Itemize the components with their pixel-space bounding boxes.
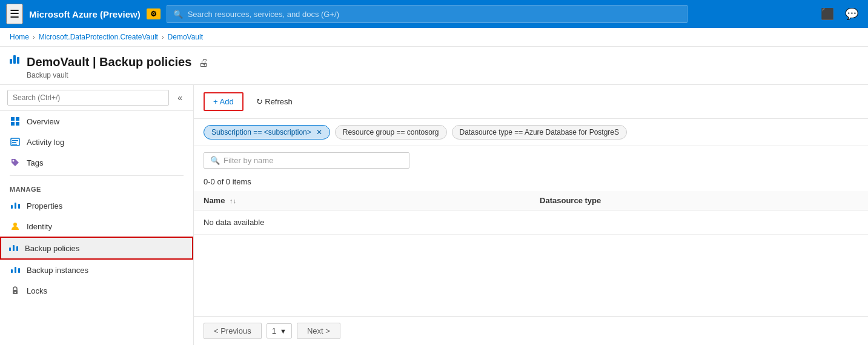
sidebar-search-input[interactable] [7, 90, 169, 106]
page-subtitle: Backup vault [27, 71, 211, 79]
sidebar-section-manage: Manage [0, 178, 193, 195]
svg-point-11 [15, 292, 16, 293]
sidebar-item-label-locks: Locks [27, 286, 47, 295]
bar2 [13, 55, 16, 64]
locks-icon [10, 285, 21, 296]
breadcrumb-home[interactable]: Home [10, 33, 29, 41]
sidebar-item-identity[interactable]: Identity [0, 216, 193, 237]
breadcrumb-sep-2: › [162, 33, 164, 41]
backup-instances-icon [10, 264, 21, 275]
svg-point-9 [13, 223, 17, 226]
breadcrumb: Home › Microsoft.DataProtection.CreateVa… [0, 28, 868, 47]
breadcrumb-demo-vault[interactable]: DemoVault [168, 33, 203, 41]
svg-rect-5 [12, 140, 18, 141]
filter-close-subscription[interactable]: ✕ [316, 128, 322, 136]
sidebar-item-tags[interactable]: Tags [0, 152, 193, 173]
sidebar-item-label-tags: Tags [27, 158, 43, 167]
sidebar-item-overview[interactable]: Overview [0, 111, 193, 132]
sort-icon-name[interactable]: ↑↓ [230, 197, 236, 204]
content-area: + Add ↻ Refresh Subscription == <subscri… [194, 85, 868, 345]
backup-policies-icon [8, 243, 19, 254]
table-body: No data available [194, 210, 868, 235]
no-data-message: No data available [194, 210, 530, 235]
add-button[interactable]: + Add [204, 92, 244, 111]
svg-rect-2 [11, 122, 15, 126]
sidebar-item-label-properties: Properties [27, 201, 62, 210]
overview-icon [10, 116, 21, 127]
identity-icon [10, 221, 21, 232]
previous-button[interactable]: < Previous [204, 323, 262, 339]
item-count: 0-0 of 0 items [194, 175, 868, 191]
filter-datasource-type-label: Datasource type == Azure Database for Po… [460, 128, 619, 136]
sidebar-divider-1 [10, 175, 184, 176]
filter-by-name-input[interactable] [224, 156, 403, 165]
svg-rect-0 [11, 117, 15, 121]
vault-icon [10, 55, 19, 64]
data-table: Name ↑↓ Datasource type No data availabl… [194, 191, 868, 235]
sidebar-item-backup-instances[interactable]: Backup instances [0, 260, 193, 280]
sidebar-item-label-overview: Overview [27, 117, 59, 126]
content-toolbar: + Add ↻ Refresh [194, 85, 868, 119]
svg-rect-3 [16, 122, 19, 126]
sidebar-item-locks[interactable]: Locks [0, 280, 193, 301]
search-icon: 🔍 [173, 10, 183, 19]
page-title: DemoVault | Backup policies [27, 55, 191, 69]
page-dropdown-icon[interactable]: ▼ [280, 328, 287, 335]
page-header-text: DemoVault | Backup policies 🖨 Backup vau… [27, 54, 211, 79]
app-title: Microsoft Azure (Preview) [29, 9, 141, 19]
svg-rect-7 [12, 144, 17, 145]
content-search-area: 🔍 [194, 146, 868, 175]
breadcrumb-sep-1: › [33, 33, 35, 41]
filter-row: Subscription == <subscription> ✕ Resourc… [194, 119, 868, 146]
table-row-no-data: No data available [194, 210, 868, 235]
current-page-display: 1 [272, 326, 276, 335]
sidebar-item-backup-policies[interactable]: Backup policies [0, 237, 193, 260]
table-header: Name ↑↓ Datasource type [194, 191, 868, 210]
bar3 [17, 57, 19, 64]
svg-rect-6 [12, 142, 16, 143]
sidebar-item-label-backup-policies: Backup policies [25, 244, 79, 253]
sidebar-item-label-backup-instances: Backup instances [27, 266, 88, 275]
sidebar-item-activity-log[interactable]: Activity log [0, 132, 193, 152]
page-header: DemoVault | Backup policies 🖨 Backup vau… [0, 47, 868, 85]
filter-pill-datasource-type[interactable]: Datasource type == Azure Database for Po… [452, 125, 627, 140]
global-search-input[interactable] [188, 10, 681, 19]
sidebar-item-label-identity: Identity [27, 222, 52, 231]
filter-subscription-label: Subscription == <subscription> [211, 128, 311, 136]
bar1 [10, 59, 12, 64]
sidebar-search-area: « [0, 85, 193, 111]
refresh-button[interactable]: ↻ Refresh [248, 93, 300, 110]
next-button[interactable]: Next > [297, 323, 340, 339]
table-header-name[interactable]: Name ↑↓ [194, 191, 530, 210]
filter-by-name-box: 🔍 [204, 152, 409, 169]
filter-search-icon: 🔍 [210, 156, 220, 165]
sidebar-collapse-button[interactable]: « [174, 92, 186, 104]
sidebar-item-properties[interactable]: Properties [0, 195, 193, 216]
terminal-icon-button[interactable]: ⬛ [817, 5, 838, 23]
table-header-datasource-type: Datasource type [530, 191, 868, 210]
pagination: < Previous 1 ▼ Next > [194, 316, 868, 345]
properties-icon [10, 200, 21, 211]
feedback-icon-button[interactable]: 💬 [841, 5, 862, 23]
svg-rect-1 [16, 117, 19, 121]
global-search-box[interactable]: 🔍 [167, 5, 687, 23]
filter-pill-subscription[interactable]: Subscription == <subscription> ✕ [204, 125, 330, 140]
filter-resource-group-label: Resource group == contosorg [343, 128, 439, 136]
table-container: Name ↑↓ Datasource type No data availabl… [194, 191, 868, 316]
page-selector[interactable]: 1 ▼ [267, 323, 292, 338]
print-button[interactable]: 🖨 [196, 56, 211, 70]
topbar-icon-group: ⬛ 💬 [817, 5, 862, 23]
main-layout: « Overview [0, 85, 868, 345]
menu-button[interactable]: ☰ [6, 4, 23, 24]
tags-icon [10, 157, 21, 168]
page-header-icon [10, 55, 19, 64]
sidebar: « Overview [0, 85, 194, 345]
filter-pill-resource-group[interactable]: Resource group == contosorg [335, 125, 447, 140]
breadcrumb-create-vault[interactable]: Microsoft.DataProtection.CreateVault [39, 33, 158, 41]
activity-log-icon [10, 136, 21, 147]
svg-point-8 [13, 160, 15, 162]
topbar: ☰ Microsoft Azure (Preview) ⚙ 🔍 ⬛ 💬 [0, 0, 868, 28]
preview-badge: ⚙ [147, 8, 161, 19]
page-header-actions: 🖨 [196, 56, 211, 70]
sidebar-item-label-activity-log: Activity log [27, 138, 64, 147]
